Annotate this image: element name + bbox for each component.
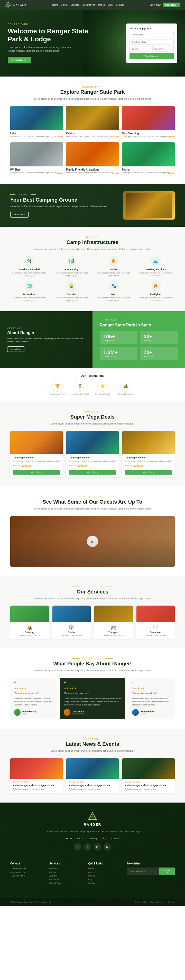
testimonial-role-2: Guest <box>140 713 155 715</box>
stat-label-0: Campgrounds <box>103 339 134 342</box>
footer-col-title-0: Contact <box>10 862 44 865</box>
guests-input[interactable] <box>129 46 151 52</box>
deal-desc-1: Lorem ipsum dolor sit amet consectetur a… <box>69 460 116 463</box>
explore-card-desc-4: Lorem ipsum dolor sit amet consectetur a… <box>66 172 112 174</box>
footer-service-4[interactable]: Guided Tours <box>49 882 83 884</box>
camping-banner-img-inner <box>126 193 172 218</box>
explore-card-link-4[interactable]: Explore <box>112 172 119 174</box>
news-title-0[interactable]: Aullent rangers whom congue lacinia <box>13 784 60 787</box>
footer-nav-blog[interactable]: Blog <box>102 837 106 840</box>
deal-img-1 <box>66 431 119 454</box>
footer-service-3[interactable]: Restaurant <box>49 878 83 881</box>
camp-type-input[interactable] <box>152 46 174 52</box>
service-title-2: Transport <box>96 631 131 633</box>
infra-item-2: 🔥 Tables Lorem ipsum dolor sit amet cons… <box>94 256 132 277</box>
infra-icon-1: 🅿️ <box>67 256 76 266</box>
nav-pages[interactable]: Pages <box>99 3 105 6</box>
service-img-2 <box>94 606 133 622</box>
recognitions-row: 🏆 Best Annual Park 🥇 Innovative Park Gol… <box>10 381 175 395</box>
hero-cta-button[interactable]: Learn More > <box>8 57 31 64</box>
camping-banner-cta-button[interactable]: Learn More <box>10 212 29 218</box>
newsletter-submit-button[interactable]: Subscribe > <box>159 867 175 875</box>
footer: RANGER Lorem ipsum dolor sit amet consec… <box>0 803 185 898</box>
explore-img-family <box>66 142 119 166</box>
footer-service-0[interactable]: Camping <box>49 867 83 870</box>
footer-nav-home[interactable]: Home <box>66 837 72 840</box>
deal-new-price-1: $200.00 <box>78 464 87 467</box>
youtube-icon[interactable]: ▶ <box>104 843 111 851</box>
nav-services[interactable]: Services <box>70 3 80 6</box>
footer-contact-0[interactable]: 123 Park Avenue <box>10 867 44 870</box>
deal-btn-0[interactable]: View Offer > <box>13 470 60 474</box>
news-title-2[interactable]: Aullent rangers whom congue lacinia <box>125 784 172 787</box>
footer-nav-about[interactable]: About <box>77 837 83 840</box>
nav-contact[interactable]: Contact <box>116 3 124 6</box>
about-cta-button[interactable]: Learn More <box>7 347 24 352</box>
infra-item-0: 🍳 Breakfast Included Lorem ipsum dolor s… <box>10 256 48 277</box>
book-now-button[interactable]: Book Now + <box>163 3 180 7</box>
footer-sitemap-link[interactable]: Sitemap <box>167 901 175 903</box>
explore-img-cabin <box>66 106 119 130</box>
explore-card-desc-0: Lorem ipsum dolor sit amet consectetur a… <box>10 135 56 138</box>
footer-col-title-2: Quick Links <box>88 862 122 865</box>
footer-link-2[interactable]: Camping <box>88 875 122 877</box>
explore-img-rv <box>10 142 63 166</box>
nav-destinations[interactable]: Destinations <box>83 3 95 6</box>
deal-btn-1[interactable]: View Offer > <box>69 470 116 474</box>
newsletter-input[interactable] <box>127 867 159 875</box>
footer-service-2[interactable]: Activities <box>49 875 83 877</box>
footer-link-4[interactable]: Contact <box>88 882 122 884</box>
about-title: About Ranger <box>7 331 85 335</box>
recognition-2: ⭐ Top 5 State Parks <box>95 381 110 395</box>
checkin-input[interactable] <box>129 32 174 38</box>
news-img-2 <box>122 758 175 779</box>
nav-home[interactable]: Home <box>52 3 58 6</box>
navbar-logo[interactable]: RANGER <box>5 1 26 8</box>
footer-contact-2[interactable]: +1 234 567 890 <box>10 875 44 877</box>
footer-privacy-link[interactable]: Privacy Policy <box>135 901 147 903</box>
testimonial-avatar-1 <box>64 709 70 716</box>
deal-btn-2[interactable]: View Offer > <box>125 470 172 474</box>
explore-card-link-1[interactable]: Explore <box>112 136 119 138</box>
news-card-0: AUGUST 12, 2023 Aullent rangers whom con… <box>10 758 63 793</box>
footer-nav-contact[interactable]: Contact <box>111 837 119 840</box>
explore-card-tent: Tent Camping Lorem ipsum dolor sit amet … <box>122 106 175 139</box>
footer-link-0[interactable]: Home <box>88 867 122 870</box>
footer-nav: Home About Camping Blog Contact <box>10 837 175 840</box>
explore-card-link-5[interactable]: Explore <box>168 172 175 174</box>
footer-nav-camping[interactable]: Camping <box>88 837 97 840</box>
stat-3: 70+ Awards Won <box>140 347 178 360</box>
twitter-icon[interactable]: 𝕏 <box>84 843 91 851</box>
login-button[interactable]: Login Now <box>150 3 161 6</box>
news-img-1 <box>66 758 119 779</box>
footer-link-3[interactable]: Blog <box>88 878 122 881</box>
footer-terms-link[interactable]: Terms of Service <box>150 901 165 903</box>
hero-form-submit-button[interactable]: Book Now > <box>129 53 174 59</box>
service-icon-0: ⛺ <box>12 624 47 630</box>
nav-blog[interactable]: Blog <box>108 3 113 6</box>
nav-about[interactable]: About <box>61 3 68 6</box>
linkedin-icon[interactable]: in <box>94 843 101 851</box>
footer-link-1[interactable]: About <box>88 871 122 873</box>
checkout-input[interactable] <box>129 39 174 45</box>
facebook-icon[interactable]: f <box>74 843 81 851</box>
explore-img-lake <box>10 106 63 130</box>
footer-service-1[interactable]: Cabins <box>49 871 83 873</box>
explore-card-link-3[interactable]: Explore <box>56 172 63 174</box>
guests-video-container: ▶ <box>10 516 175 567</box>
service-card-2: 🚌 Transport Lorem ipsum dolor sit amet <box>94 606 133 639</box>
footer-bottom: © 2023 Ranger State Park. All Rights Res… <box>0 898 185 906</box>
news-title-1[interactable]: Aullent rangers whom congue lacinia <box>69 784 116 787</box>
service-card-1: 🏠 Cabins Lorem ipsum dolor sit amet <box>53 606 91 639</box>
service-icon-2: 🚌 <box>96 624 131 630</box>
hero-section: RANGER PARK Welcome to Ranger State Park… <box>0 10 185 76</box>
testimonial-name-1: Jane Smith <box>72 710 84 713</box>
stats-right: IN STATS Ranger State Park in Stats 105+… <box>92 311 185 368</box>
deal-desc-2: Lorem ipsum dolor sit amet consectetur a… <box>125 460 172 463</box>
explore-card-link-2[interactable]: Explore <box>168 136 175 138</box>
recognition-1: 🥇 Innovative Park Gold <box>71 381 89 395</box>
infrastructure-section: SERVICES Camp Infrastructures Lorem ipsu… <box>0 227 185 311</box>
footer-contact-1[interactable]: info@ranger.com <box>10 871 44 873</box>
testimonial-quote-icon-2: " <box>132 681 171 686</box>
explore-card-link-0[interactable]: Explore <box>56 136 63 138</box>
